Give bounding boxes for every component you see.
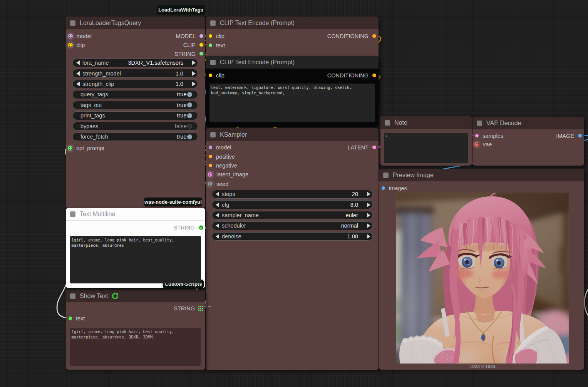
collapse-icon[interactable] [210,20,216,26]
node-clip-text-encode-negative[interactable]: CLIP Text Encode (Prompt) clip CONDITION… [206,56,379,127]
decrement-arrow-icon[interactable] [216,203,219,207]
input-dot-model[interactable] [68,34,73,39]
collapse-icon[interactable] [70,20,75,26]
input-dot-text[interactable] [209,44,213,47]
decrement-arrow-icon[interactable] [216,223,219,228]
decrement-arrow-icon[interactable] [216,192,219,196]
input-slot-clip[interactable]: clip [209,71,228,80]
output-slot-string[interactable]: STRING [104,223,203,232]
collapse-icon[interactable] [70,211,75,217]
widget-query-tags[interactable]: query_tags true [72,90,198,99]
text-multiline-textarea[interactable]: 1girl, anime, long pink hair, best_quali… [70,236,201,283]
widget-strength-model[interactable]: strength_model 1.0 [72,69,198,78]
output-grid-string-icon[interactable] [198,306,204,311]
input-slot-negative[interactable]: negative [209,161,241,170]
decrement-arrow-icon[interactable] [76,82,80,86]
widget-cfg[interactable]: cfg 8.0 [212,200,373,209]
node-ksampler[interactable]: KSampler model positive negative latent_… [206,128,379,370]
negative-prompt-textarea[interactable]: text, watermark, signature, worst_qualit… [209,84,375,122]
output-slot-clip[interactable]: CLIP [143,40,203,49]
node-title-bar[interactable]: Note [380,116,472,129]
input-dot-positive[interactable] [209,155,213,159]
increment-arrow-icon[interactable] [367,192,370,196]
output-slot-model[interactable]: MODEL [143,32,203,40]
output-dot-clip[interactable] [199,43,203,47]
toggle-off-icon[interactable] [187,124,192,129]
input-dot-images[interactable] [382,186,385,190]
collapse-icon[interactable] [477,121,482,126]
input-slot-vae[interactable]: vae [474,140,496,149]
input-slot-images[interactable]: images [382,184,411,193]
increment-arrow-icon[interactable] [192,82,196,86]
input-slot-positive[interactable]: positive [209,152,239,161]
input-dot-text[interactable] [69,317,72,320]
collapse-icon[interactable] [383,173,389,178]
node-title-bar[interactable]: LoraLoaderTagsQuery [66,17,205,29]
input-slot-clip[interactable]: clip [209,32,228,40]
input-slot-model[interactable]: model [209,143,235,152]
node-preview-image[interactable]: Preview Image images [379,169,584,370]
decrement-arrow-icon[interactable] [216,234,219,239]
input-slot-opt-prompt[interactable]: opt_prompt [68,144,108,152]
output-slot-image[interactable]: IMAGE [511,131,582,140]
note-textarea[interactable]: 1 [384,133,468,163]
increment-arrow-icon[interactable] [367,223,370,228]
node-title-bar[interactable]: KSampler [206,128,379,141]
toggle-on-icon[interactable] [187,102,192,107]
increment-arrow-icon[interactable] [367,213,370,218]
input-dot-clip[interactable] [209,34,213,38]
toggle-on-icon[interactable] [187,92,192,97]
output-dot-image[interactable] [578,134,582,138]
widget-steps[interactable]: steps 20 [212,190,373,199]
output-dot-latent[interactable] [372,146,376,149]
node-title-bar[interactable]: VAE Decode [472,117,584,129]
output-dot-string[interactable] [199,52,203,56]
input-dot-model[interactable] [209,146,213,149]
output-slot-conditioning[interactable]: CONDITIONING [283,71,376,80]
widget-sampler-name[interactable]: sampler_name euler [212,211,373,220]
node-lora-loader-tags-query[interactable]: LoraLoaderTagsQuery model clip MODEL CLI… [66,17,205,208]
input-dot-clip[interactable] [68,43,73,47]
node-vae-decode[interactable]: VAE Decode samples vae IMAGE [472,117,584,166]
input-dot-opt-prompt[interactable] [68,146,72,151]
output-slot-string[interactable]: STRING [143,49,203,58]
input-dot-samples[interactable] [475,134,479,138]
input-slot-latent-image[interactable]: latent_image [208,170,252,179]
node-note[interactable]: Note 1 [380,116,472,166]
input-slot-clip[interactable]: clip [68,40,89,49]
input-dot-negative[interactable] [209,164,213,168]
widget-bypass[interactable]: bypass false [72,122,198,131]
output-dot-model[interactable] [199,34,203,38]
node-show-text[interactable]: Show Text STRING text 1girl, anime, long… [66,290,205,370]
toggle-on-icon[interactable] [187,113,192,118]
widget-strength-clip[interactable]: strength_clip 1.0 [72,80,198,89]
widget-print-tags[interactable]: print_tags true [72,111,198,120]
increment-arrow-icon[interactable] [367,203,370,207]
collapse-icon[interactable] [210,60,216,65]
widget-force-fetch[interactable]: force_fetch true [72,132,198,141]
toggle-on-icon[interactable] [187,134,192,139]
increment-arrow-icon[interactable] [192,71,196,76]
collapse-icon[interactable] [210,132,216,137]
collapse-icon[interactable] [385,120,390,126]
node-title-bar[interactable]: Show Text [66,290,205,302]
output-dot-string[interactable] [199,225,203,230]
node-title-bar[interactable]: CLIP Text Encode (Prompt) [206,56,379,69]
increment-arrow-icon[interactable] [192,60,196,65]
input-slot-text[interactable]: text [69,314,89,323]
input-slot-model[interactable]: model [68,32,96,40]
input-dot-latent-image[interactable] [208,172,213,177]
input-slot-samples[interactable]: samples [475,131,508,140]
input-dot-seed[interactable] [208,182,213,186]
node-title-bar[interactable]: CLIP Text Encode (Prompt) [206,17,379,29]
increment-arrow-icon[interactable] [367,234,370,239]
show-text-output[interactable]: 1girl, anime, long pink hair, best_quali… [70,328,201,366]
preview-generated-image[interactable] [396,193,569,364]
widget-scheduler[interactable]: scheduler normal [212,221,373,230]
output-slot-conditioning[interactable]: CONDITIONING [283,32,376,40]
output-dot-conditioning[interactable] [372,74,376,77]
input-dot-vae[interactable] [474,142,479,147]
widget-tags-out[interactable]: tags_out true [72,101,198,110]
widget-lora-name[interactable]: lora_name 3DXR_V1.safetensors [72,59,198,67]
decrement-arrow-icon[interactable] [76,60,80,65]
